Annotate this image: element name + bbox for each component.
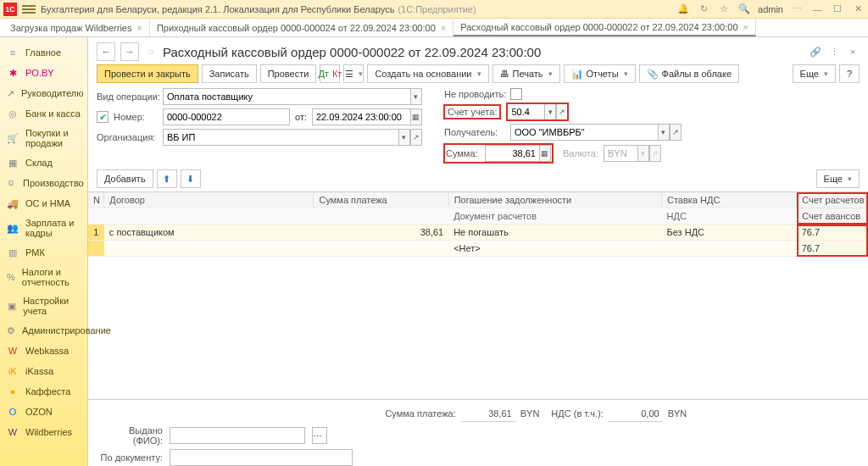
org-field[interactable] [163,129,398,146]
print-button[interactable]: 🖶 Печать▾ [492,64,560,83]
move-up-button[interactable]: ⬆ [157,169,177,188]
tab-close-icon[interactable]: × [441,23,446,33]
back-button[interactable]: ← [97,42,115,61]
close-icon[interactable]: ✕ [851,3,865,16]
terminal-icon: ▥ [7,247,19,258]
reports-button[interactable]: 📊 Отчеты▾ [564,64,636,83]
account-field[interactable] [507,103,544,120]
user-name[interactable]: admin [758,4,783,14]
dot-icon: ● [7,386,19,397]
link-icon[interactable]: 🔗 [809,47,822,58]
page-title: Расходный кассовый ордер 0000-000022 от … [163,45,804,59]
noskip-checkbox[interactable] [510,88,522,100]
post-and-close-button[interactable]: Провести и закрыть [97,64,198,83]
payee-field[interactable] [510,124,658,141]
table-row[interactable]: 1 с поставщиком 38,61 Не погашать Без НД… [88,225,868,241]
open-icon[interactable]: ↗ [670,124,682,141]
tab-wildberries-load[interactable]: Загрузка продаж Wildberries× [3,19,150,36]
sidebar-item-webkassa[interactable]: WWebkassa [0,341,87,361]
currency-label: Валюта: [563,148,598,158]
open-icon[interactable]: ↗ [556,103,568,120]
sidebar-item-hr[interactable]: 👥Зарплата и кадры [0,214,87,242]
create-based-button[interactable]: Создать на основании▾ [367,64,488,83]
sidebar-item-kaffesta[interactable]: ●Каффеста [0,381,87,402]
tab-outgoing-order[interactable]: Расходный кассовый ордер 0000-000022 от … [453,19,756,36]
more-button[interactable]: Еще▾ [793,64,836,83]
issued-field[interactable] [170,427,305,444]
minimize-icon[interactable]: — [810,3,824,16]
calc-icon[interactable]: ▦ [539,145,551,162]
gear-icon: ⛭ [7,177,16,189]
sidebar-item-admin[interactable]: ⚙Администрирование [0,320,87,341]
app-logo-icon: 1C [3,3,17,16]
sidebar-item-ikassa[interactable]: iKiKassa [0,361,87,381]
ellipsis-icon[interactable]: … [312,427,327,444]
truck-icon: 🚚 [7,197,19,209]
chevron-down-icon[interactable]: ▾ [544,103,556,120]
status-icon: ✔ [97,111,108,123]
move-down-button[interactable]: ⬇ [181,169,201,188]
debit-credit-button[interactable]: ДтКт [320,64,340,83]
op-type-field[interactable] [163,88,410,105]
sidebar-item-tax[interactable]: %Налоги и отчетность [0,263,87,291]
sidebar-item-main[interactable]: ≡Главное [0,42,87,63]
chevron-down-icon[interactable]: ▾ [398,129,410,146]
post-button[interactable]: Провести [260,64,317,83]
tab-close-icon[interactable]: × [743,22,748,32]
menu-icon[interactable] [22,4,36,14]
bell-icon[interactable]: 🔔 [676,3,690,16]
number-field[interactable] [163,108,290,125]
col-vat-rate[interactable]: Ставка НДС [662,192,797,208]
chevron-down-icon[interactable]: ▾ [410,88,422,105]
structure-button[interactable]: ☰▾ [343,64,364,83]
cloud-files-button[interactable]: 📎 Файлы в облаке [639,64,739,83]
total-sum-value [461,405,515,422]
sidebar-item-sales[interactable]: 🛒Покупки и продажи [0,124,87,153]
currency-field [604,145,637,162]
sidebar-item-wb[interactable]: WWildberries [0,422,87,442]
sidebar-item-stock[interactable]: ▦Склад [0,153,87,173]
calendar-icon[interactable]: ▦ [410,108,422,125]
sum-field[interactable] [485,145,539,162]
bydoc-field[interactable] [170,449,353,466]
sidebar-item-assets[interactable]: 🚚ОС и НМА [0,193,87,214]
options-icon[interactable]: ⋯ [790,3,804,16]
col-n[interactable]: N [88,192,104,208]
history-icon[interactable]: ↻ [697,3,710,16]
date-field[interactable] [312,108,410,125]
more-icon[interactable]: ⋮ [827,47,841,58]
arrow-icon: ↗ [7,87,14,99]
sidebar-item-manager[interactable]: ↗Руководителю [0,83,87,103]
bydoc-label: По документу: [97,452,163,463]
sidebar-item-bank[interactable]: ◎Банк и касса [0,103,87,124]
help-button[interactable]: ? [839,64,860,83]
sidebar-item-settings[interactable]: ▣Настройки учета [0,291,87,320]
maximize-icon[interactable]: ☐ [831,3,844,16]
open-icon[interactable]: ↗ [410,129,422,146]
total-sum-label: Сумма платежа: [270,408,456,419]
col-accounts[interactable]: Счет расчетов Счет авансов [797,192,868,225]
write-button[interactable]: Записать [202,64,257,83]
sidebar-item-production[interactable]: ⛭Производство [0,173,87,193]
percent-icon: % [7,271,15,283]
close-button[interactable]: × [846,47,860,58]
issued-label: Выдано (ФИО): [97,425,163,446]
sidebar-item-rmk[interactable]: ▥РМК [0,242,87,263]
tab-incoming-order[interactable]: Приходный кассовый ордер 0000-000024 от … [150,19,453,36]
sidebar-item-poby[interactable]: ✱PO.BY [0,63,87,83]
add-row-button[interactable]: Добавить [97,169,153,188]
col-sum[interactable]: Сумма платежа [314,192,448,208]
col-contract[interactable]: Договор [104,192,314,208]
col-debt[interactable]: Погашение задолженности [448,192,661,208]
payments-table[interactable]: N Договор Сумма платежа Погашение задолж… [88,191,868,400]
star-icon[interactable]: ☆ [717,3,731,16]
forward-button[interactable]: → [120,42,139,61]
sidebar-item-ozon[interactable]: OOZON [0,402,87,422]
search-icon[interactable]: 🔍 [737,3,751,16]
table-more-button[interactable]: Еще▾ [816,169,860,188]
table-row-sub[interactable]: <Нет> [88,241,868,257]
tab-close-icon[interactable]: × [136,23,142,33]
chevron-down-icon[interactable]: ▾ [658,124,670,141]
favorite-icon[interactable]: ☆ [144,47,158,58]
grid-icon: ▦ [7,157,19,169]
